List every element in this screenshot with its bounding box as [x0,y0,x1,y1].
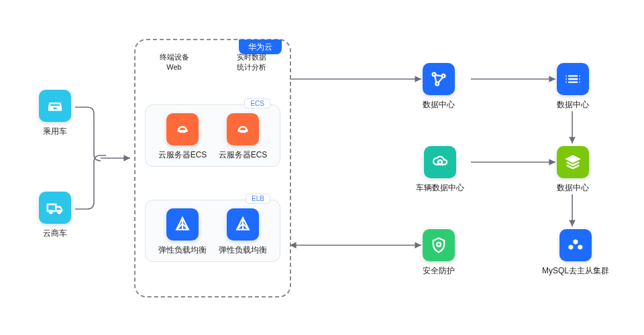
car-label: 乘用车 [43,126,67,137]
ecs-icon [166,113,199,145]
svg-point-1 [58,108,60,110]
elb-tag: ELB [246,194,270,204]
ecs-tag: ECS [244,98,270,109]
ecs-item-2: 云服务器ECS [219,113,268,161]
hdr-2: 实时数据统计分析 [237,52,266,73]
svg-point-0 [51,108,53,110]
node-r1a: 数据中心 [423,63,455,111]
hdr-1: 终端设备Web [160,52,189,73]
elb-item-1: 弹性负载均衡 [158,208,207,256]
ecs-item-1: 云服务器ECS [158,113,207,161]
node-r1b: 数据中心 [557,63,589,111]
elb-icon [166,208,199,241]
layer-icon [557,146,589,178]
ecs-icon [227,113,259,145]
svg-point-7 [244,131,246,132]
connections [0,0,644,335]
svg-point-5 [184,131,185,132]
truck-icon [39,192,71,224]
shield-icon [423,229,455,261]
ecs-group: ECS 云服务器ECS 云服务器ECS [145,105,280,167]
svg-point-9 [442,74,445,78]
node-r3b: MySQL去主从集群 [542,229,609,277]
elb-group: ELB 弹性负载均衡 弹性负载均衡 [145,200,280,262]
elb-icon [227,208,259,241]
svg-point-11 [438,160,442,164]
node-r2b: 数据中心 [557,146,589,194]
node-truck: 云商车 [39,192,71,239]
truck-label: 云商车 [43,228,67,239]
car-icon [39,90,71,122]
main-headers: 终端设备Web 实时数据统计分析 [136,52,290,73]
data-center-icon [423,63,455,95]
node-car: 乘用车 [39,90,71,137]
main-container: 华为云 终端设备Web 实时数据统计分析 ECS 云服务器ECS 云服务器ECS… [134,39,291,297]
cloud-search-icon [424,146,456,178]
cluster-icon [559,229,592,261]
elb-item-2: 弹性负载均衡 [219,208,267,256]
node-r3a: 安全防护 [423,229,455,277]
node-r2a: 车辆数据中心 [416,146,464,194]
stack-icon [557,63,589,95]
